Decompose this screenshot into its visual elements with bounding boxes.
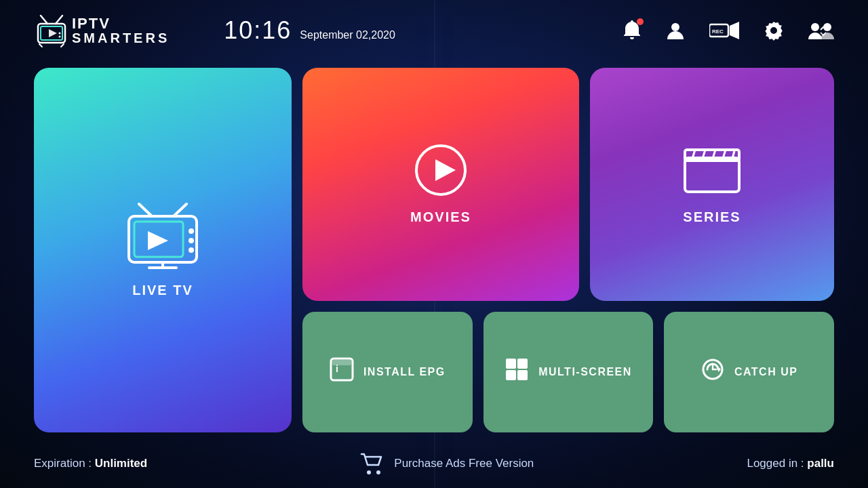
series-label: SERIES: [683, 209, 741, 225]
svg-rect-36: [332, 360, 351, 365]
series-card[interactable]: SERIES: [590, 68, 834, 301]
install-epg-label: INSTALL EPG: [363, 366, 446, 378]
date-display: September 02,2020: [300, 29, 395, 41]
svg-marker-4: [49, 29, 57, 37]
svg-rect-39: [506, 370, 516, 380]
multi-screen-icon: [505, 357, 529, 386]
purchase-text: Purchase Ads Free Version: [394, 457, 534, 470]
install-epg-icon: i: [330, 357, 354, 386]
live-tv-label: LIVE TV: [132, 283, 193, 298]
svg-point-14: [823, 23, 831, 31]
logo-tv-icon: [34, 13, 69, 48]
catch-up-icon: [701, 357, 725, 386]
svg-text:REC: REC: [712, 28, 724, 35]
svg-rect-38: [517, 359, 528, 369]
time-block: 10:16 September 02,2020: [224, 16, 395, 45]
bottom-row: i INSTALL EPG MULTI-SCREEN: [302, 312, 834, 433]
notification-dot: [637, 18, 644, 25]
logo-text: IPTV SMARTERS: [72, 16, 170, 45]
svg-point-5: [59, 33, 61, 35]
svg-rect-27: [685, 158, 739, 192]
main-grid: LIVE TV MOVIES SERIE: [0, 61, 868, 446]
movies-card[interactable]: MOVIES: [302, 68, 579, 301]
logo: IPTV SMARTERS: [34, 13, 170, 48]
svg-line-16: [174, 204, 186, 216]
logged-in-info: Logged in : pallu: [747, 457, 834, 470]
svg-line-15: [139, 204, 152, 216]
svg-line-8: [61, 44, 64, 47]
logo-smarters-text: SMARTERS: [72, 31, 170, 45]
svg-point-9: [671, 23, 679, 31]
svg-point-45: [367, 470, 371, 474]
svg-line-0: [41, 16, 47, 24]
svg-point-20: [189, 228, 194, 234]
svg-rect-40: [517, 370, 528, 380]
logo-iptv-text: IPTV: [72, 16, 170, 31]
footer: Expiration : Unlimited Purchase Ads Free…: [0, 446, 868, 488]
catch-up-label: CATCH UP: [734, 366, 797, 378]
svg-point-6: [59, 36, 61, 38]
logged-in-text: Logged in : pallu: [747, 457, 834, 470]
svg-point-46: [376, 470, 380, 474]
svg-point-13: [811, 23, 819, 31]
expiration-info: Expiration : Unlimited: [34, 457, 147, 470]
svg-marker-11: [730, 22, 739, 39]
expiration-text: Expiration : Unlimited: [34, 457, 147, 470]
svg-point-22: [189, 247, 194, 253]
svg-marker-19: [148, 231, 168, 250]
record-button[interactable]: REC: [709, 20, 739, 41]
settings-button[interactable]: [764, 20, 784, 41]
svg-line-1: [56, 16, 62, 24]
live-tv-card[interactable]: LIVE TV: [34, 68, 292, 432]
multi-screen-label: MULTI-SCREEN: [538, 366, 632, 378]
svg-point-21: [189, 238, 194, 243]
multi-screen-card[interactable]: MULTI-SCREEN: [484, 312, 654, 433]
movies-label: MOVIES: [410, 209, 471, 225]
header-icons: REC: [623, 20, 834, 41]
header: IPTV SMARTERS 10:16 September 02,2020: [0, 0, 868, 61]
svg-line-7: [39, 44, 42, 47]
svg-rect-37: [506, 359, 516, 369]
notification-bell-button[interactable]: [623, 20, 642, 41]
switch-profile-button[interactable]: [808, 20, 834, 41]
svg-marker-26: [435, 159, 456, 181]
clock-display: 10:16: [224, 16, 292, 45]
profile-button[interactable]: [666, 20, 685, 41]
install-epg-card[interactable]: i INSTALL EPG: [302, 312, 473, 433]
svg-marker-42: [718, 367, 721, 372]
purchase-info[interactable]: Purchase Ads Free Version: [360, 453, 534, 474]
catch-up-card[interactable]: CATCH UP: [664, 312, 834, 433]
